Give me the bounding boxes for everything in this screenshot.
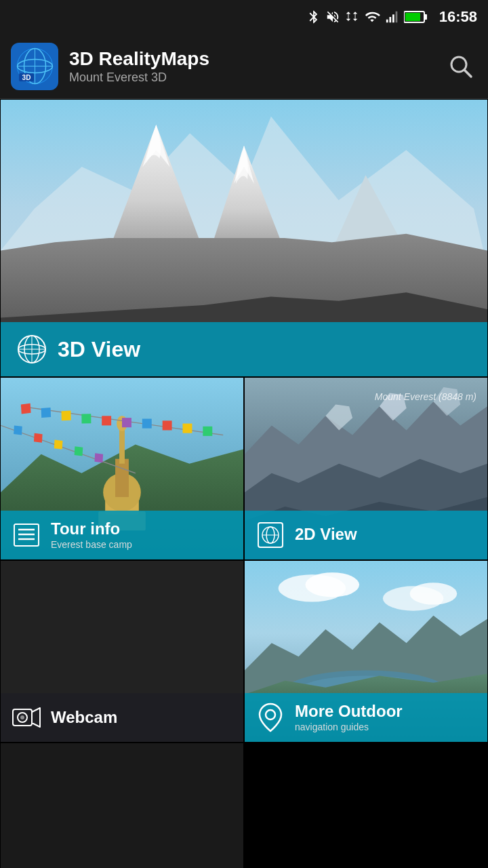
svg-rect-47 xyxy=(183,424,192,433)
svg-rect-50 xyxy=(14,425,22,435)
tour-info-tile[interactable]: Tour info Everest base camp xyxy=(0,377,244,560)
weather-tile[interactable]: Weather xyxy=(0,743,244,868)
svg-rect-0 xyxy=(386,20,388,23)
svg-rect-2 xyxy=(392,14,394,22)
svg-rect-46 xyxy=(163,420,172,430)
svg-rect-6 xyxy=(405,13,420,21)
status-bar: 16:58 xyxy=(0,0,488,34)
tour-info-subtitle: Everest base camp xyxy=(51,539,132,551)
webcam-icon xyxy=(12,703,41,732)
more-outdoor-label: More Outdoor navigation guides xyxy=(245,693,487,742)
svg-rect-39 xyxy=(21,403,31,414)
more-outdoor-title-group: More Outdoor navigation guides xyxy=(295,702,403,733)
mute-icon xyxy=(325,9,340,24)
view-2d-title: 2D View xyxy=(295,525,357,545)
status-time: 16:58 xyxy=(439,8,477,26)
data-icon xyxy=(344,9,359,24)
svg-rect-44 xyxy=(122,418,131,427)
view-3d-tile[interactable]: 3D View xyxy=(0,99,488,377)
view-2d-label: 2D View xyxy=(245,511,487,559)
svg-rect-1 xyxy=(389,17,391,22)
svg-rect-36 xyxy=(119,425,125,463)
location-pin-icon xyxy=(256,703,285,732)
webcam-tile[interactable]: Webcam xyxy=(0,560,244,743)
more-outdoor-tile[interactable]: More Outdoor navigation guides xyxy=(244,560,488,743)
more-outdoor-subtitle: navigation guides xyxy=(295,722,403,733)
tour-info-title: Tour info xyxy=(51,519,132,539)
svg-rect-45 xyxy=(142,419,152,429)
svg-rect-40 xyxy=(41,408,51,418)
view-2d-tile[interactable]: Mount Everest (8848 m) 2D View xyxy=(244,377,488,560)
app-title-group: 3D RealityMaps Mount Everest 3D xyxy=(69,47,445,85)
battery-icon xyxy=(404,10,428,24)
tour-info-title-group: Tour info Everest base camp xyxy=(51,519,132,551)
tour-info-icon xyxy=(12,520,41,550)
elevation-label: Mount Everest (8848 m) xyxy=(375,391,476,402)
svg-rect-51 xyxy=(34,433,43,443)
tour-info-label: Tour info Everest base camp xyxy=(1,511,243,559)
status-icons xyxy=(306,9,428,24)
svg-rect-42 xyxy=(81,414,91,423)
view-3d-text: 3D View xyxy=(58,337,140,362)
svg-rect-41 xyxy=(62,411,71,421)
svg-rect-3 xyxy=(395,12,397,23)
svg-point-83 xyxy=(266,710,275,719)
app-title: 3D RealityMaps xyxy=(69,47,445,71)
svg-point-72 xyxy=(20,715,24,719)
app-subtitle: Mount Everest 3D xyxy=(69,71,445,85)
more-outdoor-title: More Outdoor xyxy=(295,702,403,722)
view-3d-label: 3D View xyxy=(1,322,487,376)
search-icon xyxy=(448,54,474,79)
svg-point-76 xyxy=(306,572,360,597)
bluetooth-icon xyxy=(306,9,321,24)
globe-2d-icon xyxy=(256,520,285,550)
svg-rect-5 xyxy=(424,14,427,20)
svg-rect-43 xyxy=(102,416,111,425)
svg-rect-35 xyxy=(115,459,129,497)
svg-marker-73 xyxy=(32,708,40,727)
globe-3d-icon xyxy=(17,334,47,364)
svg-text:3D: 3D xyxy=(22,74,30,81)
webcam-label: Webcam xyxy=(1,693,243,742)
app-logo: 3D xyxy=(11,43,58,90)
app-header: 3D 3D RealityMaps Mount Everest 3D xyxy=(0,34,488,99)
signal-icon xyxy=(385,9,400,24)
svg-rect-48 xyxy=(203,427,212,436)
wifi-icon xyxy=(363,9,381,24)
app-logo-globe: 3D xyxy=(16,47,54,85)
svg-rect-54 xyxy=(94,453,103,462)
main-content: 3D View xyxy=(0,99,488,868)
search-button[interactable] xyxy=(445,50,477,83)
webcam-title: Webcam xyxy=(51,708,117,728)
tiles-grid: Tour info Everest base camp xyxy=(0,377,488,868)
svg-line-15 xyxy=(464,70,471,77)
svg-rect-52 xyxy=(54,440,63,450)
svg-rect-53 xyxy=(75,446,83,456)
svg-point-78 xyxy=(410,583,458,604)
